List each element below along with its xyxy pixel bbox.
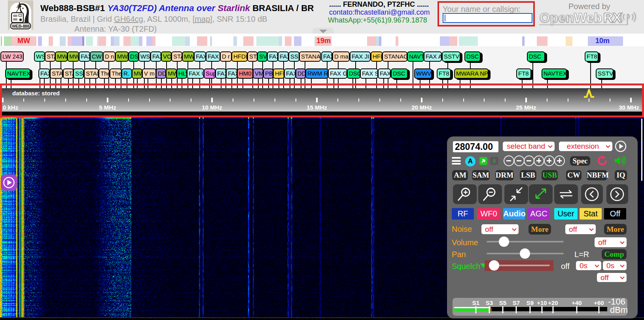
svg-text:+10: +10 <box>537 299 547 306</box>
svg-text:+60: +60 <box>594 299 604 306</box>
svg-text:Open: Open <box>540 10 574 25</box>
svg-text:S3: S3 <box>486 299 493 306</box>
svg-text:RX: RX <box>603 10 622 25</box>
svg-text:S7: S7 <box>513 299 520 306</box>
svg-text:WEB-888: WEB-888 <box>12 24 30 28</box>
svg-text:dBm: dBm <box>610 305 627 315</box>
svg-text:S1: S1 <box>472 299 479 306</box>
svg-text:Web: Web <box>574 10 602 25</box>
svg-text:+40: +40 <box>572 299 581 306</box>
svg-text:+20: +20 <box>548 299 558 306</box>
svg-text:S9: S9 <box>527 299 534 306</box>
svg-text:S5: S5 <box>499 299 506 306</box>
